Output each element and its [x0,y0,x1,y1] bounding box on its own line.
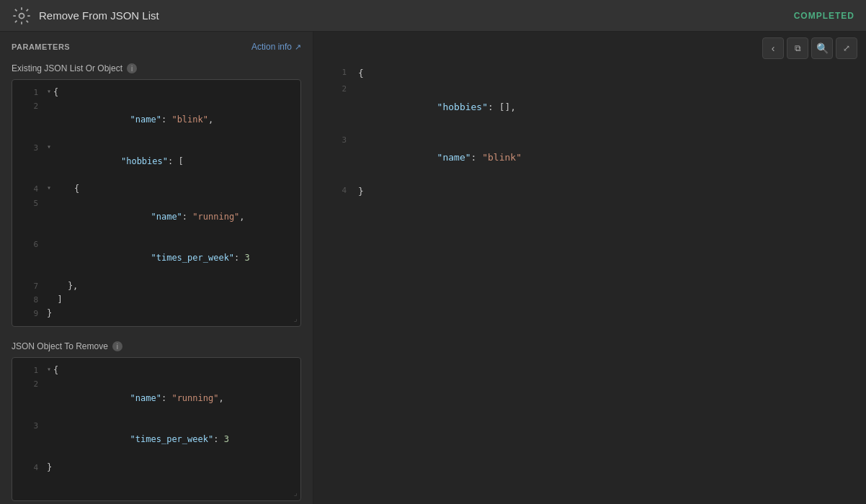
code-line: 3 ▾ "hobbies": [ [12,141,300,183]
svg-point-0 [19,13,24,18]
code-line: 3 "times_per_week": 3 [12,419,300,461]
left-panel: PARAMETERS Action info ↗ Existing JSON L… [0,32,313,504]
existing-json-info-icon[interactable]: i [127,63,137,73]
resize-handle[interactable]: ⌟ [293,313,298,325]
back-icon: ‹ [772,42,775,54]
output-line: 4 } [325,183,854,199]
copy-icon: ⧉ [795,43,801,53]
tool-icon [12,6,32,26]
output-line: 2 "hobbies": [], [325,81,854,132]
copy-button[interactable]: ⧉ [787,37,808,59]
code-line: 1 ▾ { [12,86,300,99]
params-label: PARAMETERS [12,42,70,51]
code-line: 4 ▾ { [12,182,300,196]
remove-json-editor[interactable]: 1 ▾ { 2 "name": "running", 3 "times_per_… [12,357,301,501]
code-line: 1 ▾ { [12,364,300,377]
search-icon: 🔍 [816,42,829,54]
code-line: 6 "times_per_week": 3 [12,238,300,279]
code-line: 5 "name": "running", [12,197,300,238]
code-line: 7 }, [12,279,300,293]
code-line: 4 } [12,461,300,474]
code-line: 2 "name": "running", [12,377,300,419]
action-info-text: Action info [251,42,292,52]
output-line: 1 { [325,65,854,81]
status-badge: COMPLETED [794,11,854,21]
remove-json-info-icon[interactable]: i [112,341,122,351]
remove-json-section: JSON Object To Remove i 1 ▾ { 2 "name": … [0,336,313,504]
external-link-icon: ↗ [295,42,301,52]
output-line: 3 "name": "blink" [325,132,854,183]
app-header: Remove From JSON List COMPLETED [0,0,866,32]
existing-json-label: Existing JSON List Or Object i [12,63,301,73]
main-layout: PARAMETERS Action info ↗ Existing JSON L… [0,32,866,504]
expand-icon: ⤢ [843,43,850,53]
existing-json-editor[interactable]: 1 ▾ { 2 "name": "blink", 3 ▾ "hobb [12,79,301,327]
back-button[interactable]: ‹ [762,37,784,59]
code-line: 8 ] [12,293,300,307]
existing-json-section: Existing JSON List Or Object i 1 ▾ { 2 "… [0,58,313,336]
right-toolbar: ‹ ⧉ 🔍 ⤢ [313,32,866,65]
resize-handle-2[interactable]: ⌟ [293,487,298,499]
code-line: 2 "name": "blink", [12,99,300,141]
panel-header: PARAMETERS Action info ↗ [0,32,313,58]
code-line: 9 } [12,307,300,320]
page-title: Remove From JSON List [39,9,159,22]
search-button[interactable]: 🔍 [811,37,833,59]
remove-json-label: JSON Object To Remove i [12,341,301,351]
output-code-area: 1 { 2 "hobbies": [], 3 "name": "blink" 4 [313,65,866,504]
expand-button[interactable]: ⤢ [836,37,857,59]
action-info-link[interactable]: Action info ↗ [251,42,301,52]
header-left: Remove From JSON List [12,6,159,26]
right-panel: ‹ ⧉ 🔍 ⤢ 1 { 2 "hobbies": [], [313,32,866,504]
